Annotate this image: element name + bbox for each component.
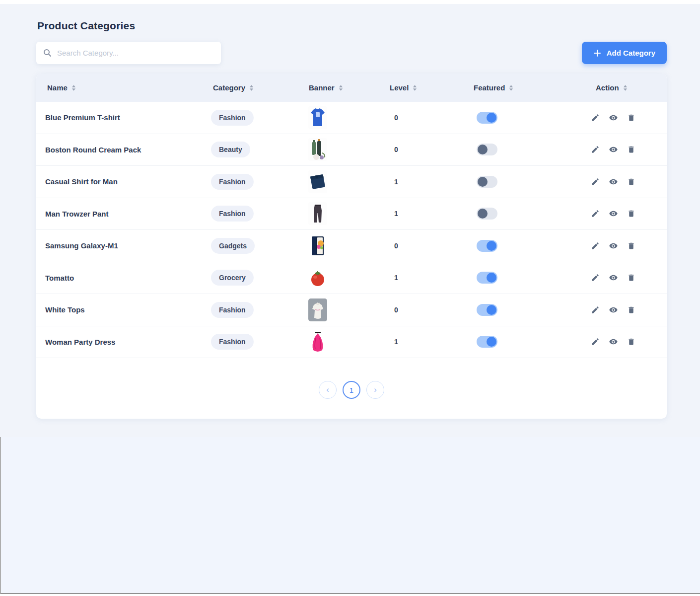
level-value: 1 [387,338,467,346]
pagination: ‹ 1 › [36,381,667,399]
edit-button[interactable] [591,177,600,186]
plus-icon [593,49,601,57]
view-button[interactable] [608,177,619,186]
table-row: White Tops Fashion 0 [36,294,667,326]
featured-toggle[interactable] [477,272,497,284]
featured-cell [467,304,586,316]
sort-arrows-icon[interactable] [71,85,76,91]
sort-arrows-icon[interactable] [413,85,417,91]
featured-toggle[interactable] [477,336,497,348]
level-value: 0 [387,306,467,314]
pagination-prev-button[interactable]: ‹ [319,381,337,399]
pencil-icon [591,113,600,122]
trash-icon [627,113,635,122]
pencil-icon [591,145,600,154]
column-header-name[interactable]: Name [36,83,211,92]
table-row: Samsung Galaxy-M1 Gadgets 0 [36,230,667,262]
table-row: Woman Party Dress Fashion 1 [36,326,667,359]
edit-button[interactable] [591,241,600,250]
view-button[interactable] [608,241,619,250]
edit-button[interactable] [591,305,600,314]
actions-cell [586,273,667,282]
column-header-level[interactable]: Level [387,83,467,92]
sort-arrows-icon[interactable] [249,85,254,91]
search-input[interactable] [56,48,214,58]
eye-icon [608,177,619,186]
featured-toggle[interactable] [477,144,497,155]
table-row: Blue Premium T-shirt Fashion 0 [36,102,667,134]
featured-toggle[interactable] [477,176,497,188]
toggle-knob [478,145,488,154]
toggle-knob [487,273,496,283]
banner-image [308,266,328,289]
column-header-banner[interactable]: Banner [308,83,387,92]
toolbar: Add Category [36,42,667,64]
banner-cell [308,138,387,161]
column-label: Action [596,83,619,92]
banner-image [308,202,328,225]
actions-cell [586,209,667,218]
category-chip: Fashion [211,302,254,318]
featured-toggle[interactable] [477,112,497,124]
sort-arrows-icon[interactable] [339,85,343,91]
edit-button[interactable] [591,145,600,154]
category-name: Casual Shirt for Man [36,177,211,186]
edit-button[interactable] [591,209,600,218]
pencil-icon [591,305,600,314]
pagination-next-button[interactable]: › [366,381,384,399]
level-value: 0 [387,146,467,153]
level-value: 0 [387,114,467,122]
view-button[interactable] [608,209,619,218]
delete-button[interactable] [627,145,635,154]
actions-cell [586,337,667,346]
column-header-featured[interactable]: Featured [467,83,586,92]
edit-button[interactable] [591,337,600,346]
banner-image [308,138,328,161]
delete-button[interactable] [627,209,635,218]
level-value: 1 [387,210,467,218]
featured-toggle[interactable] [477,304,497,316]
delete-button[interactable] [627,273,635,282]
view-button[interactable] [608,337,619,346]
view-button[interactable] [608,273,619,282]
eye-icon [608,209,619,218]
category-chip: Fashion [211,206,254,222]
add-category-button[interactable]: Add Category [582,42,667,64]
edit-button[interactable] [591,113,600,122]
search-box[interactable] [36,42,221,64]
featured-cell [467,112,586,124]
trash-icon [627,241,635,250]
edit-button[interactable] [591,273,600,282]
banner-image [308,170,328,193]
current-page-number: 1 [350,386,353,394]
view-button[interactable] [608,113,619,122]
chevron-left-icon: ‹ [326,385,329,395]
column-header-category[interactable]: Category [211,83,308,92]
pagination-page-1-button[interactable]: 1 [343,381,360,399]
delete-button[interactable] [627,305,635,314]
delete-button[interactable] [627,337,635,346]
toggle-knob [487,113,496,123]
delete-button[interactable] [627,113,635,122]
category-cell: Gadgets [211,238,308,254]
delete-button[interactable] [627,177,635,186]
table-body: Blue Premium T-shirt Fashion 0 [36,102,667,358]
featured-toggle[interactable] [477,240,497,252]
trash-icon [627,177,635,186]
toggle-knob [487,337,496,347]
trash-icon [627,273,635,282]
view-button[interactable] [608,305,619,314]
featured-toggle[interactable] [477,208,497,220]
view-button[interactable] [608,145,619,154]
sort-arrows-icon[interactable] [509,85,513,91]
category-cell: Beauty [211,142,308,157]
column-header-action[interactable]: Action [586,83,667,92]
delete-button[interactable] [627,241,635,250]
category-cell: Fashion [211,110,308,126]
sort-arrows-icon[interactable] [623,85,628,91]
banner-image [308,330,328,353]
eye-icon [608,113,619,122]
toggle-knob [487,241,496,251]
actions-cell [586,305,667,314]
pencil-icon [591,241,600,250]
